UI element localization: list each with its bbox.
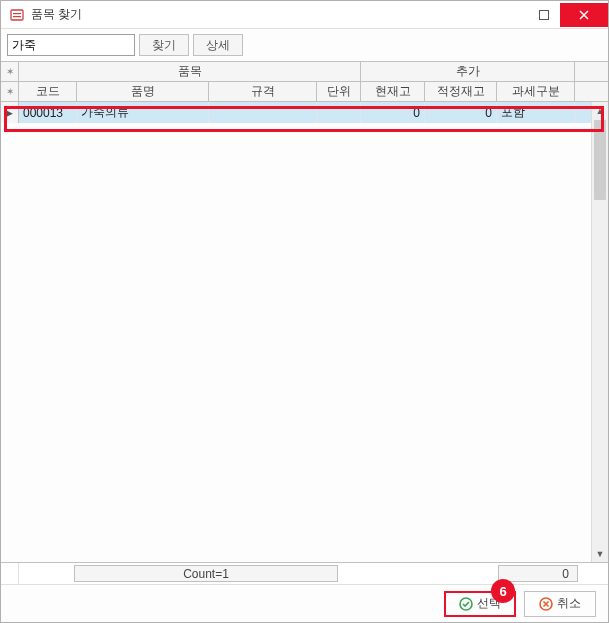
- footer: 선택 6 취소: [1, 584, 608, 622]
- col-code-header[interactable]: 코드: [19, 82, 77, 101]
- cell-unit: [317, 102, 361, 123]
- col-optstock-header[interactable]: 적정재고: [425, 82, 497, 101]
- svg-rect-3: [540, 10, 549, 19]
- svg-rect-2: [13, 16, 21, 17]
- row-selector-head[interactable]: ✶: [1, 62, 19, 81]
- cell-spec: [209, 102, 317, 123]
- cancel-circle-icon: [539, 597, 553, 611]
- col-tax-header[interactable]: 과세구분: [497, 82, 575, 101]
- step-badge-6: 6: [491, 579, 515, 603]
- col-spec-header[interactable]: 규격: [209, 82, 317, 101]
- status-gutter: [1, 563, 19, 584]
- scroll-up-icon[interactable]: ▲: [592, 102, 608, 119]
- search-input[interactable]: [7, 34, 135, 56]
- group-header-item: 품목: [19, 62, 361, 81]
- col-name-header[interactable]: 품명: [77, 82, 209, 101]
- grid-header-groups: ✶ 품목 추가: [1, 62, 608, 82]
- status-zero: 0: [498, 565, 578, 582]
- status-spacer: [338, 563, 498, 584]
- scroll-down-icon[interactable]: ▼: [592, 545, 608, 562]
- results-grid: ✶ 품목 추가 ✶ 코드 품명 규격 단위 현재고 적정재고 과세구분 ▶ 00…: [1, 61, 608, 562]
- cell-optstock: 0: [425, 102, 497, 123]
- cancel-label: 취소: [557, 595, 581, 612]
- status-count: Count=1: [74, 565, 338, 582]
- svg-rect-1: [13, 13, 21, 14]
- col-stock-header[interactable]: 현재고: [361, 82, 425, 101]
- window-title: 품목 찾기: [31, 6, 528, 23]
- scroll-thumb[interactable]: [594, 120, 606, 200]
- close-button[interactable]: [560, 3, 608, 27]
- find-button[interactable]: 찾기: [139, 34, 189, 56]
- row-indicator-icon: ▶: [1, 102, 19, 123]
- cell-code: 000013: [19, 102, 77, 123]
- grid-body: ▶ 000013 가죽의류 0 0 포함 ▲ ▼: [1, 102, 608, 562]
- group-header-extra: 추가: [361, 62, 575, 81]
- col-unit-header[interactable]: 단위: [317, 82, 361, 101]
- row-selector-head2[interactable]: ✶: [1, 82, 19, 101]
- svg-rect-0: [11, 10, 23, 20]
- detail-button[interactable]: 상세: [193, 34, 243, 56]
- cell-name: 가죽의류: [77, 102, 209, 123]
- app-icon: [9, 7, 25, 23]
- vertical-scrollbar[interactable]: ▲ ▼: [591, 102, 608, 562]
- grid-header-columns: ✶ 코드 품명 규격 단위 현재고 적정재고 과세구분: [1, 82, 608, 102]
- maximize-button[interactable]: [528, 3, 560, 27]
- cancel-button[interactable]: 취소: [524, 591, 596, 617]
- titlebar: 품목 찾기: [1, 1, 608, 29]
- cell-tax: 포함: [497, 102, 575, 123]
- search-bar: 찾기 상세: [1, 29, 608, 61]
- check-circle-icon: [459, 597, 473, 611]
- find-item-window: 품목 찾기 찾기 상세 ✶ 품목 추가 ✶ 코드 품명 규격 단위 현재고 적정…: [0, 0, 609, 623]
- status-bar: Count=1 0: [1, 562, 608, 584]
- table-row[interactable]: ▶ 000013 가죽의류 0 0 포함: [1, 102, 608, 123]
- cell-stock: 0: [361, 102, 425, 123]
